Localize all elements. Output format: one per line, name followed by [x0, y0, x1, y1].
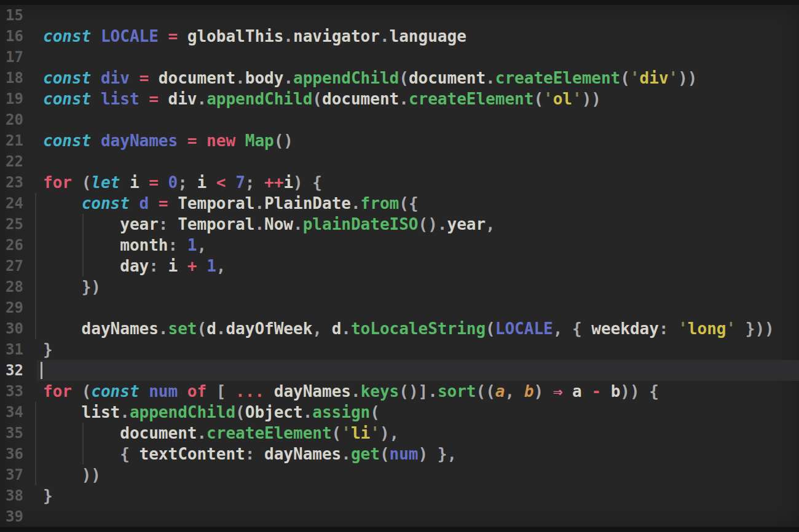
indent-guide: [35, 214, 36, 235]
code-line[interactable]: 38}: [0, 485, 799, 506]
token-t: PlainDate: [264, 194, 351, 213]
code-line[interactable]: 33for (const num of [ ... dayNames.keys(…: [0, 381, 799, 402]
code-line[interactable]: 27 day: i + 1,: [0, 256, 799, 276]
code-text[interactable]: const div = document.body.appendChild(do…: [43, 68, 698, 88]
line-number: 36: [0, 444, 23, 464]
code-line[interactable]: 20: [0, 109, 799, 130]
code-text[interactable]: month: 1,: [43, 235, 207, 256]
token-p: :: [659, 319, 678, 338]
code-line[interactable]: 19const list = div.appendChild(document.…: [0, 88, 799, 109]
code-text[interactable]: { textContent: dayNames.get(num) },: [43, 444, 457, 464]
code-line[interactable]: 31}: [0, 339, 799, 360]
token-p: (): [274, 131, 293, 150]
token-t: document: [159, 69, 235, 87]
code-line[interactable]: 36 { textContent: dayNames.get(num) },: [0, 444, 799, 464]
token-t: div: [168, 90, 197, 108]
code-lines-container: 1516const LOCALE = globalThis.navigator.…: [0, 5, 799, 527]
token-t: Temporal: [178, 215, 254, 233]
code-line[interactable]: 17: [0, 47, 799, 68]
token-f: assign: [312, 403, 370, 421]
code-line[interactable]: 32: [0, 360, 799, 381]
token-v: num: [149, 382, 187, 401]
code-editor[interactable]: 1516const LOCALE = globalThis.navigator.…: [0, 5, 799, 527]
token-k: const: [43, 69, 101, 87]
token-p: ,: [312, 319, 331, 338]
code-line[interactable]: 18const div = document.body.appendChild(…: [0, 68, 799, 88]
token-t: day: [43, 257, 149, 275]
code-text[interactable]: const LOCALE = globalThis.navigator.lang…: [43, 26, 466, 47]
code-text[interactable]: for (const num of [ ... dayNames.keys()]…: [43, 381, 659, 402]
token-t: Object: [245, 403, 303, 421]
code-text[interactable]: const d = Temporal.PlainDate.from({: [43, 193, 419, 214]
code-line[interactable]: 35 document.createElement('li'),: [0, 423, 799, 444]
token-p: (: [486, 319, 495, 338]
code-text[interactable]: const dayNames = new Map(): [43, 130, 293, 151]
token-p: (: [312, 90, 322, 108]
token-o: -: [591, 382, 610, 401]
code-line[interactable]: 15: [0, 5, 799, 26]
token-v: dayNames: [101, 131, 187, 150]
token-t: i: [168, 257, 187, 275]
code-line[interactable]: 22: [0, 151, 799, 172]
token-t: language: [390, 27, 466, 45]
token-p: .: [283, 69, 293, 87]
code-text[interactable]: }: [43, 339, 53, 360]
line-number: 25: [0, 214, 23, 235]
token-f: createElement: [409, 90, 534, 108]
token-t: textContent: [140, 445, 245, 463]
code-text[interactable]: }): [43, 276, 101, 297]
code-line[interactable]: 16const LOCALE = globalThis.navigator.la…: [0, 26, 799, 47]
token-v: div: [101, 69, 140, 87]
line-number: 18: [0, 68, 23, 88]
token-o: =: [159, 194, 178, 213]
code-text[interactable]: document.createElement('li'),: [43, 423, 399, 444]
code-line[interactable]: 25 year: Temporal.Now.plainDateISO().yea…: [0, 214, 799, 235]
token-t: [43, 278, 82, 296]
code-text[interactable]: }: [43, 485, 53, 506]
token-p: .: [159, 319, 168, 338]
code-line[interactable]: 37 )): [0, 464, 799, 485]
token-t: document: [409, 69, 486, 87]
code-line[interactable]: 34 list.appendChild(Object.assign(: [0, 402, 799, 423]
token-t: body: [245, 69, 284, 87]
token-t: i: [197, 173, 216, 192]
token-p: , {: [553, 319, 592, 338]
token-k: let: [91, 173, 130, 192]
code-text[interactable]: for (let i = 0; i < 7; ++i) {: [43, 172, 322, 193]
code-line[interactable]: 23for (let i = 0; i < 7; ++i) {: [0, 172, 799, 193]
code-text[interactable]: )): [43, 464, 101, 485]
code-text[interactable]: const list = div.appendChild(document.cr…: [43, 88, 601, 109]
line-number: 23: [0, 172, 23, 193]
code-text[interactable]: dayNames.set(d.dayOfWeek, d.toLocaleStri…: [43, 318, 774, 339]
token-f: createElement: [495, 69, 621, 87]
token-o: =: [149, 173, 168, 192]
token-o: =: [140, 69, 159, 87]
token-p: ().: [419, 215, 447, 233]
token-p: )): [678, 69, 697, 87]
token-v: list: [101, 90, 149, 108]
token-o: = new: [187, 131, 245, 150]
token-p: :: [168, 236, 187, 254]
code-text[interactable]: year: Temporal.Now.plainDateISO().year,: [43, 214, 495, 235]
code-line[interactable]: 21const dayNames = new Map(): [0, 130, 799, 151]
token-p: {: [120, 445, 139, 463]
indent-guide: [35, 297, 36, 318]
token-p: .: [235, 69, 245, 87]
code-text[interactable]: list.appendChild(Object.assign(: [43, 402, 380, 423]
indent-guide: [35, 276, 36, 297]
code-line[interactable]: 29: [0, 297, 799, 318]
code-line[interactable]: 30 dayNames.set(d.dayOfWeek, d.toLocaleS…: [0, 318, 799, 339]
code-line[interactable]: 26 month: 1,: [0, 235, 799, 256]
code-line[interactable]: 28 }): [0, 276, 799, 297]
token-t: document: [322, 90, 399, 108]
line-number: 19: [0, 88, 23, 109]
token-p: )): [582, 90, 601, 108]
token-q: ': [572, 90, 582, 108]
indent-guide: [35, 235, 36, 256]
token-n: 0: [168, 173, 178, 192]
token-t: list: [43, 403, 120, 421]
token-p: ,: [216, 257, 226, 275]
code-text[interactable]: day: i + 1,: [43, 256, 226, 276]
code-line[interactable]: 24 const d = Temporal.PlainDate.from({: [0, 193, 799, 214]
code-line[interactable]: 39: [0, 506, 799, 527]
